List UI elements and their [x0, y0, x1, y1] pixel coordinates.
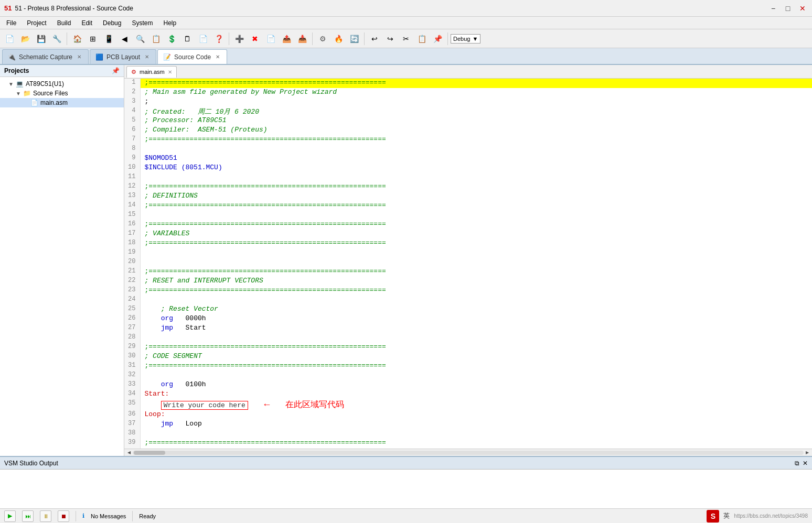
sidebar-pin-icon[interactable]: 📌	[112, 67, 120, 74]
code-line[interactable]: Loop:	[140, 410, 812, 420]
toolbar-component[interactable]: 📱	[101, 31, 116, 46]
toolbar-search[interactable]: 🔍	[133, 31, 147, 46]
menu-project[interactable]: Project	[23, 18, 50, 28]
toolbar-add[interactable]: ➕	[232, 31, 247, 46]
code-line[interactable]: ; Processor: AT89C51	[140, 116, 812, 126]
tree-item-source-files[interactable]: ▼ 📁 Source Files	[0, 89, 124, 98]
code-line[interactable]: ; Created: 周二 10月 6 2020	[140, 107, 812, 116]
code-line[interactable]: org 0100h	[140, 380, 812, 390]
code-line[interactable]: Start:	[140, 390, 812, 399]
toolbar-redo[interactable]: ↪	[383, 31, 398, 46]
code-line[interactable]: ;=======================================…	[140, 220, 812, 230]
menu-debug[interactable]: Debug	[99, 18, 125, 28]
minimize-button[interactable]: −	[768, 3, 778, 14]
toolbar-compile[interactable]: 🔥	[331, 31, 346, 46]
code-line[interactable]: ;	[140, 97, 812, 107]
menu-edit[interactable]: Edit	[77, 18, 97, 28]
code-line[interactable]: ; DEFINITIONS	[140, 192, 812, 201]
file-tab-close[interactable]: ✕	[168, 69, 172, 75]
pause-button[interactable]: ⏸	[40, 510, 51, 522]
code-line[interactable]: Write your code here ←在此区域写代码	[140, 399, 812, 410]
toolbar-copy[interactable]: 📋	[414, 31, 429, 46]
code-line[interactable]: ;=======================================…	[140, 439, 812, 448]
code-line[interactable]: ;=======================================…	[140, 286, 812, 296]
file-tab-mainasm[interactable]: ⚙ main.asm ✕	[126, 66, 177, 78]
play-button[interactable]: ▶	[4, 510, 16, 522]
toolbar-bom[interactable]: 💲	[164, 31, 179, 46]
toolbar-cut[interactable]: ✂	[399, 31, 413, 46]
close-button[interactable]: ✕	[797, 3, 808, 14]
write-code-box[interactable]: Write your code here	[161, 401, 248, 410]
debug-dropdown[interactable]: Debug ▼	[451, 34, 480, 43]
code-line[interactable]: jmp Start	[140, 324, 812, 333]
tree-item-mainasm[interactable]: 📄 main.asm	[0, 98, 124, 107]
code-line[interactable]: ; CODE SEGMENT	[140, 352, 812, 362]
code-line[interactable]: ; Main asm file generated by New Project…	[140, 88, 812, 97]
toolbar-back[interactable]: ◀	[117, 31, 132, 46]
tab-pcb-close[interactable]: ✕	[143, 53, 151, 61]
scrollbar-track[interactable]	[133, 451, 804, 455]
vsm-close-icon[interactable]: ✕	[803, 460, 808, 467]
scroll-right-icon[interactable]: ▶	[804, 449, 811, 456]
toolbar-remove[interactable]: ✖	[248, 31, 262, 46]
toolbar-open[interactable]: 📂	[18, 31, 33, 46]
toolbar-download[interactable]: 📥	[295, 31, 309, 46]
menu-system[interactable]: System	[127, 18, 157, 28]
toolbar-rebuild[interactable]: 🔄	[347, 31, 361, 46]
code-line[interactable]	[140, 173, 812, 182]
tab-pcb-layout[interactable]: 🟦 PCB Layout ✕	[90, 49, 156, 64]
scrollbar-thumb[interactable]	[134, 451, 165, 455]
code-scrollbar[interactable]: ◀ ▶	[124, 449, 812, 456]
code-line[interactable]: ;=======================================…	[140, 201, 812, 211]
menu-file[interactable]: File	[2, 18, 20, 28]
toolbar-undo[interactable]: ↩	[367, 31, 382, 46]
code-editor[interactable]: 1;======================================…	[124, 79, 812, 449]
toolbar-help[interactable]: ❓	[211, 31, 226, 46]
tree-item-at89c51[interactable]: ▼ 💻 AT89C51(U1)	[0, 79, 124, 89]
toolbar-save[interactable]: 💾	[34, 31, 48, 46]
tab-schematic-close[interactable]: ✕	[76, 53, 83, 61]
code-line[interactable]	[140, 333, 812, 343]
code-line[interactable]: ; VARIABLES	[140, 230, 812, 239]
scroll-left-icon[interactable]: ◀	[125, 449, 133, 456]
code-line[interactable]: ; Reset Vector	[140, 305, 812, 314]
code-line[interactable]	[140, 296, 812, 305]
code-line[interactable]: ;=======================================…	[140, 267, 812, 277]
code-line[interactable]: ;=======================================…	[140, 362, 812, 371]
maximize-button[interactable]: □	[783, 3, 793, 14]
code-line[interactable]: ;=======================================…	[140, 79, 812, 88]
code-line[interactable]: jmp Loop	[140, 420, 812, 429]
vsm-float-icon[interactable]: ⧉	[795, 460, 799, 467]
code-line[interactable]	[140, 429, 812, 439]
toolbar-clipboard[interactable]: 📋	[148, 31, 163, 46]
toolbar-doc[interactable]: 📄	[196, 31, 210, 46]
toolbar-new[interactable]: 📄	[2, 31, 17, 46]
code-line[interactable]	[140, 211, 812, 220]
code-line[interactable]: ;=======================================…	[140, 343, 812, 352]
toolbar-home[interactable]: 🏠	[70, 31, 84, 46]
toolbar-run[interactable]: ⚙	[315, 31, 330, 46]
code-line[interactable]: org 0000h	[140, 314, 812, 324]
code-line[interactable]	[140, 258, 812, 267]
step-button[interactable]: ⏭	[22, 510, 34, 522]
code-line[interactable]: $INCLUDE (8051.MCU)	[140, 164, 812, 173]
code-line[interactable]: ; RESET and INTERRUPT VECTORS	[140, 277, 812, 286]
code-line[interactable]: ;=======================================…	[140, 239, 812, 248]
code-line[interactable]: ; Compiler: ASEM-51 (Proteus)	[140, 126, 812, 135]
code-line[interactable]	[140, 145, 812, 154]
toolbar-paste[interactable]: 📌	[430, 31, 445, 46]
tab-source-code[interactable]: 📝 Source Code ✕	[157, 49, 227, 64]
toolbar-notes[interactable]: 🗒	[180, 31, 195, 46]
menu-build[interactable]: Build	[53, 18, 76, 28]
code-line[interactable]	[140, 248, 812, 258]
menu-help[interactable]: Help	[159, 18, 180, 28]
toolbar-board[interactable]: ⊞	[86, 31, 100, 46]
toolbar-upload[interactable]: 📤	[279, 31, 294, 46]
tab-schematic-capture[interactable]: 🔌 Schematic Capture ✕	[2, 49, 89, 64]
toolbar-file2[interactable]: 📄	[263, 31, 278, 46]
stop-button[interactable]: ⏹	[58, 510, 69, 522]
code-line[interactable]	[140, 371, 812, 380]
code-line[interactable]: ;=======================================…	[140, 182, 812, 192]
code-line[interactable]: $NOMOD51	[140, 154, 812, 164]
toolbar-save-all[interactable]: 🔧	[49, 31, 64, 46]
